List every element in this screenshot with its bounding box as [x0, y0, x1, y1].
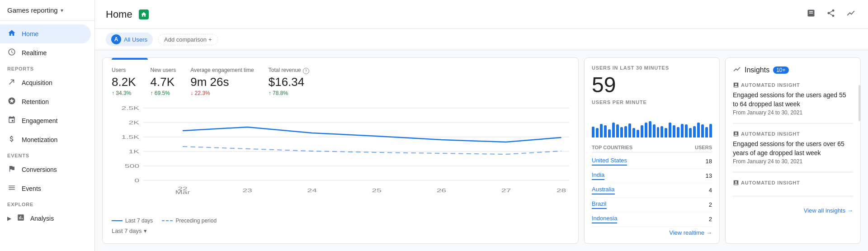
metric-users: Users 8.2K ↑ 34.3%: [112, 67, 136, 96]
title-badge-icon: [139, 9, 149, 19]
sidebar-item-events[interactable]: Events: [0, 179, 91, 198]
svg-text:2.5K: 2.5K: [122, 105, 140, 111]
all-users-chip[interactable]: A All Users: [106, 33, 153, 46]
new-users-change: ↑ 69.5%: [151, 90, 176, 96]
realtime-section-label: USERS IN LAST 30 MINUTES: [592, 65, 712, 71]
metric-new-users: New users 4.7K ↑ 69.5%: [151, 67, 176, 96]
sidebar-item-analysis-label: Analysis: [30, 215, 54, 222]
chart-area: 2.5K 2K 1.5K 1K 500 0 22 Mar 23 24 25 26…: [112, 104, 569, 214]
chart-legend: Last 7 days Preceding period: [112, 218, 569, 224]
bar: [701, 124, 704, 137]
realtime-icon: [7, 48, 16, 58]
country-name[interactable]: United States: [592, 157, 627, 164]
bar: [705, 127, 708, 137]
sidebar-item-events-label: Events: [22, 185, 41, 192]
sidebar-item-retention[interactable]: Retention: [0, 92, 91, 111]
insights-title: Insights: [745, 66, 769, 74]
sidebar-item-acquisition-label: Acquisition: [22, 79, 52, 86]
svg-text:1K: 1K: [129, 149, 140, 154]
sidebar-item-acquisition[interactable]: Acquisition: [0, 73, 91, 92]
scroll-indicator[interactable]: [859, 85, 860, 121]
svg-text:27: 27: [501, 188, 511, 193]
svg-text:2K: 2K: [129, 120, 140, 125]
bar: [596, 128, 599, 137]
bar: [632, 128, 635, 137]
insight-date: From January 24 to 30, 2021: [733, 158, 853, 165]
engagement-change: ↓ 22.3%: [190, 90, 254, 96]
add-comparison-button[interactable]: Add comparison +: [158, 34, 218, 45]
realtime-bar-chart: [592, 110, 712, 137]
line-chart: 2.5K 2K 1.5K 1K 500 0 22 Mar 23 24 25 26…: [112, 104, 569, 194]
svg-text:1.5K: 1.5K: [122, 134, 140, 140]
topbar-actions: [805, 7, 857, 22]
sidebar-item-analysis[interactable]: ▶ Analysis: [0, 209, 94, 227]
bar: [681, 124, 684, 137]
country-cell: Australia: [592, 186, 615, 194]
insight-type: AUTOMATED INSIGHT: [733, 180, 853, 186]
svg-text:Mar: Mar: [175, 189, 190, 194]
view-all-insights-link[interactable]: View all insights →: [733, 207, 853, 214]
app-name: Games reporting: [7, 6, 58, 14]
bar: [673, 125, 675, 137]
insight-text: Engaged sessions for the users over 65 y…: [733, 140, 853, 157]
insights-header: Insights 10+: [733, 65, 853, 75]
acquisition-icon: [7, 78, 16, 88]
country-cell: India: [592, 171, 604, 180]
bar: [693, 126, 696, 137]
bar: [645, 123, 647, 137]
sidebar-item-home[interactable]: Home: [0, 24, 91, 43]
new-users-value: 4.7K: [151, 75, 176, 89]
sidebar-item-engagement[interactable]: Engagement: [0, 111, 91, 130]
info-icon[interactable]: ?: [303, 68, 309, 74]
svg-text:24: 24: [307, 188, 317, 193]
sidebar: Games reporting ▾ Home Realtime REPORTS …: [0, 0, 95, 251]
page-title: Home: [106, 9, 132, 20]
metric-revenue: Total revenue ? $16.34 ↑ 78.8%: [269, 67, 309, 96]
bar: [641, 125, 643, 137]
bar: [665, 128, 667, 137]
date-range-button[interactable]: Last 7 days ▾: [112, 227, 569, 234]
bar: [624, 126, 627, 137]
bar: [600, 124, 603, 137]
insights-badge: 10+: [773, 66, 788, 74]
sidebar-item-conversions-label: Conversions: [22, 166, 57, 173]
sidebar-item-monetization[interactable]: Monetization: [0, 130, 91, 149]
insight-type: AUTOMATED INSIGHT: [733, 131, 853, 137]
analytics-button[interactable]: [844, 7, 857, 22]
bar: [592, 127, 594, 137]
table-row: India 13: [592, 169, 712, 183]
users-value: 8.2K: [112, 75, 136, 89]
legend-solid-label: Last 7 days: [125, 218, 153, 224]
view-realtime-link[interactable]: View realtime →: [592, 229, 712, 236]
share-button[interactable]: [825, 7, 837, 22]
bar: [660, 126, 663, 137]
insight-item: AUTOMATED INSIGHT: [733, 180, 853, 196]
bar: [685, 124, 688, 137]
country-users: 13: [706, 172, 712, 179]
main-content: Home A All Users Add comparison +: [95, 0, 868, 251]
country-name[interactable]: India: [592, 171, 604, 178]
bar: [612, 123, 615, 137]
engagement-value: 9m 26s: [190, 75, 254, 89]
country-underline: [592, 179, 604, 180]
view-all-arrow: →: [847, 207, 853, 214]
realtime-sub-label: USERS PER MINUTE: [592, 99, 712, 105]
bar: [669, 123, 671, 137]
view-realtime-arrow: →: [706, 229, 712, 236]
app-header[interactable]: Games reporting ▾: [0, 0, 94, 21]
country-users: 2: [709, 216, 712, 223]
events-icon: [7, 184, 16, 194]
country-name[interactable]: Australia: [592, 186, 615, 193]
monetization-icon: [7, 135, 16, 145]
sidebar-item-conversions[interactable]: Conversions: [0, 160, 91, 179]
svg-text:25: 25: [372, 188, 382, 193]
insight-item: AUTOMATED INSIGHT Engaged sessions for t…: [733, 82, 853, 123]
country-name[interactable]: Indonesia: [592, 215, 617, 222]
country-name[interactable]: Brazil: [592, 200, 607, 207]
sidebar-item-realtime[interactable]: Realtime: [0, 43, 91, 62]
sidebar-item-monetization-label: Monetization: [22, 136, 57, 143]
edit-button[interactable]: [805, 7, 817, 22]
legend-dashed: Preceding period: [162, 218, 217, 224]
engagement-label: Average engagement time: [190, 67, 254, 73]
user-avatar: A: [111, 34, 121, 44]
